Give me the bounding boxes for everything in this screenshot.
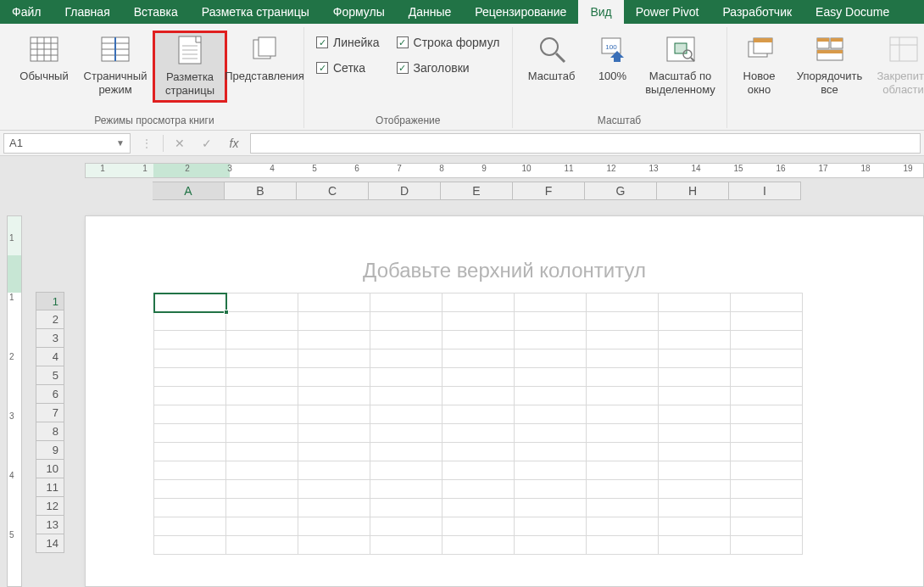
cell-C10[interactable] xyxy=(298,461,370,480)
zoom-button[interactable]: Масштаб xyxy=(518,31,586,87)
col-head-g[interactable]: G xyxy=(585,182,657,200)
row-head-1[interactable]: 1 xyxy=(36,292,64,310)
cell-D12[interactable] xyxy=(370,499,443,517)
cell-B12[interactable] xyxy=(226,499,298,517)
cell-D1[interactable] xyxy=(370,294,443,312)
cell-D9[interactable] xyxy=(370,443,443,461)
cell-C13[interactable] xyxy=(298,517,370,536)
cell-D11[interactable] xyxy=(370,480,443,499)
checkbox-ruler[interactable]: Линейка xyxy=(316,36,380,49)
cell-E4[interactable] xyxy=(443,349,515,368)
col-head-b[interactable]: B xyxy=(225,182,297,200)
row-head-4[interactable]: 4 xyxy=(36,348,64,366)
row-head-14[interactable]: 14 xyxy=(36,534,64,553)
cell-F11[interactable] xyxy=(515,480,587,499)
col-head-e[interactable]: E xyxy=(441,182,513,200)
cell-I5[interactable] xyxy=(731,368,803,387)
cell-I1[interactable] xyxy=(731,294,803,312)
cell-G8[interactable] xyxy=(587,424,659,443)
cell-A9[interactable] xyxy=(154,443,226,461)
cell-E6[interactable] xyxy=(443,387,515,405)
name-box[interactable]: A1 ▼ xyxy=(3,133,131,154)
cell-A8[interactable] xyxy=(154,424,226,443)
cell-F8[interactable] xyxy=(515,424,587,443)
row-head-12[interactable]: 12 xyxy=(36,497,64,516)
insert-function-button[interactable]: fx xyxy=(223,133,245,154)
cell-C1[interactable] xyxy=(298,294,370,312)
ruler-vertical[interactable]: 1123456 xyxy=(7,215,22,587)
cell-H14[interactable] xyxy=(659,536,731,555)
cell-C6[interactable] xyxy=(298,387,370,405)
cell-D5[interactable] xyxy=(370,368,443,387)
cell-A11[interactable] xyxy=(154,480,226,499)
custom-views-button[interactable]: Представления xyxy=(231,31,298,87)
cell-F5[interactable] xyxy=(515,368,587,387)
cell-B6[interactable] xyxy=(226,387,298,405)
cell-A5[interactable] xyxy=(154,368,226,387)
row-head-11[interactable]: 11 xyxy=(36,478,64,497)
cell-A12[interactable] xyxy=(154,499,226,517)
cell-G5[interactable] xyxy=(587,368,659,387)
cell-E3[interactable] xyxy=(443,331,515,349)
zoom-selection-button[interactable]: Масштаб по выделенному xyxy=(640,31,721,101)
cell-D14[interactable] xyxy=(370,536,443,555)
cell-A1[interactable] xyxy=(154,294,226,312)
cell-C9[interactable] xyxy=(298,443,370,461)
cell-G7[interactable] xyxy=(587,405,659,424)
cell-I2[interactable] xyxy=(731,312,803,331)
cell-H13[interactable] xyxy=(659,517,731,536)
cell-G3[interactable] xyxy=(587,331,659,349)
cell-A7[interactable] xyxy=(154,405,226,424)
cell-H6[interactable] xyxy=(659,387,731,405)
tab-insert[interactable]: Вставка xyxy=(122,0,190,24)
tab-data[interactable]: Данные xyxy=(397,0,464,24)
row-head-3[interactable]: 3 xyxy=(36,329,64,348)
cell-F9[interactable] xyxy=(515,443,587,461)
row-head-13[interactable]: 13 xyxy=(36,516,64,534)
cell-F14[interactable] xyxy=(515,536,587,555)
cell-G11[interactable] xyxy=(587,480,659,499)
cell-B8[interactable] xyxy=(226,424,298,443)
cell-A6[interactable] xyxy=(154,387,226,405)
cell-G13[interactable] xyxy=(587,517,659,536)
col-head-i[interactable]: I xyxy=(729,182,801,200)
col-head-f[interactable]: F xyxy=(513,182,585,200)
cell-D7[interactable] xyxy=(370,405,443,424)
cell-C5[interactable] xyxy=(298,368,370,387)
cell-H11[interactable] xyxy=(659,480,731,499)
cell-G6[interactable] xyxy=(587,387,659,405)
enter-button[interactable]: ✓ xyxy=(196,133,218,154)
cell-H7[interactable] xyxy=(659,405,731,424)
cell-H12[interactable] xyxy=(659,499,731,517)
cell-C8[interactable] xyxy=(298,424,370,443)
row-head-6[interactable]: 6 xyxy=(36,385,64,404)
freeze-panes-button[interactable]: Закрепить области xyxy=(873,31,924,101)
cell-F3[interactable] xyxy=(515,331,587,349)
tab-review[interactable]: Рецензирование xyxy=(463,0,578,24)
cell-H5[interactable] xyxy=(659,368,731,387)
cell-I14[interactable] xyxy=(731,536,803,555)
row-head-10[interactable]: 10 xyxy=(36,460,64,478)
cell-I6[interactable] xyxy=(731,387,803,405)
cell-B9[interactable] xyxy=(226,443,298,461)
cell-A10[interactable] xyxy=(154,461,226,480)
checkbox-formula-bar[interactable]: Строка формул xyxy=(397,36,500,49)
cell-B2[interactable] xyxy=(226,312,298,331)
formula-history-button[interactable]: ⋮ xyxy=(136,133,158,154)
cell-D10[interactable] xyxy=(370,461,443,480)
cell-I8[interactable] xyxy=(731,424,803,443)
cell-B4[interactable] xyxy=(226,349,298,368)
cell-I3[interactable] xyxy=(731,331,803,349)
cell-D13[interactable] xyxy=(370,517,443,536)
cell-C12[interactable] xyxy=(298,499,370,517)
cell-B7[interactable] xyxy=(226,405,298,424)
cell-E10[interactable] xyxy=(443,461,515,480)
col-head-a[interactable]: A xyxy=(153,182,225,200)
cell-F2[interactable] xyxy=(515,312,587,331)
col-head-c[interactable]: C xyxy=(297,182,369,200)
cell-E12[interactable] xyxy=(443,499,515,517)
new-window-button[interactable]: Новое окно xyxy=(732,31,787,101)
cell-G10[interactable] xyxy=(587,461,659,480)
cell-I12[interactable] xyxy=(731,499,803,517)
zoom-100-button[interactable]: 100 100% xyxy=(589,31,637,87)
